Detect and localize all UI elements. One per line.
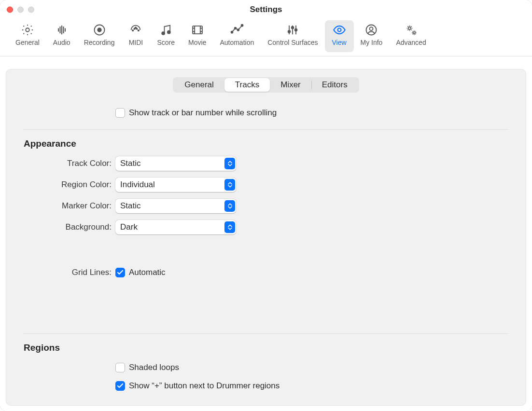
- gear-icon: [20, 22, 35, 38]
- svg-point-15: [288, 30, 291, 33]
- record-icon: [92, 22, 107, 38]
- svg-point-2: [98, 28, 101, 31]
- show-track-number-checkbox[interactable]: [115, 108, 125, 118]
- music-note-icon: [158, 22, 174, 38]
- show-plus-drummer-row: Show “+” button next to Drummer regions: [24, 378, 508, 394]
- grid-lines-label: Grid Lines:: [24, 268, 115, 277]
- subtab-mixer[interactable]: Mixer: [270, 78, 311, 92]
- track-color-label: Track Color:: [24, 159, 115, 168]
- tab-movie[interactable]: Movie: [182, 20, 213, 52]
- grid-lines-row: Grid Lines: Automatic: [24, 265, 508, 280]
- tab-general[interactable]: General: [9, 20, 46, 52]
- spacer: [24, 286, 508, 325]
- show-plus-drummer-label: Show “+” button next to Drummer regions: [129, 381, 280, 391]
- scrolling-row: Show track or bar number while scrolling: [24, 105, 508, 121]
- regions-title: Regions: [24, 342, 508, 353]
- show-track-number-label: Show track or bar number while scrolling: [129, 108, 277, 118]
- sliders-icon: [285, 22, 300, 38]
- subtab-editors[interactable]: Editors: [311, 78, 358, 92]
- shaded-loops-row: Shaded loops: [24, 360, 508, 375]
- tab-label: My Info: [361, 39, 383, 46]
- titlebar: Settings: [0, 0, 532, 19]
- background-row: Background: Dark: [24, 219, 508, 235]
- svg-point-3: [132, 30, 133, 31]
- grid-lines-checkbox[interactable]: [115, 268, 125, 277]
- shaded-loops-label: Shaded loops: [129, 363, 179, 372]
- subtab-general[interactable]: General: [174, 78, 224, 92]
- svg-rect-10: [193, 26, 202, 34]
- region-color-value: Individual: [120, 180, 155, 190]
- preferences-toolbar: General Audio Recording MIDI Score: [0, 19, 532, 56]
- subtab-tracks[interactable]: Tracks: [224, 78, 270, 92]
- tab-label: General: [15, 39, 40, 46]
- separator: [24, 333, 508, 334]
- tab-audio[interactable]: Audio: [46, 20, 77, 52]
- svg-point-16: [292, 27, 294, 29]
- person-icon: [364, 22, 379, 38]
- tab-label: MIDI: [129, 39, 143, 46]
- tab-advanced[interactable]: Advanced: [389, 20, 433, 52]
- tab-recording[interactable]: Recording: [77, 20, 122, 52]
- track-color-row: Track Color: Static: [24, 156, 508, 171]
- midi-icon: [128, 22, 143, 38]
- updown-icon: [224, 200, 235, 212]
- tab-label: Advanced: [396, 39, 426, 46]
- marker-color-row: Marker Color: Static: [24, 198, 508, 214]
- svg-point-9: [168, 31, 170, 34]
- marker-color-label: Marker Color:: [24, 201, 115, 211]
- region-color-row: Region Color: Individual: [24, 177, 508, 192]
- tab-automation[interactable]: Automation: [213, 20, 261, 52]
- tab-label: Automation: [220, 39, 254, 46]
- updown-icon: [224, 158, 235, 169]
- separator: [24, 129, 508, 130]
- marker-color-value: Static: [120, 201, 141, 211]
- svg-point-20: [370, 27, 373, 30]
- region-color-label: Region Color:: [24, 180, 115, 190]
- updown-icon: [224, 221, 235, 233]
- svg-point-14: [241, 25, 243, 27]
- tab-my-info[interactable]: My Info: [354, 20, 390, 52]
- tab-label: Audio: [53, 39, 70, 46]
- tab-label: Recording: [84, 39, 115, 46]
- track-color-value: Static: [120, 159, 141, 168]
- svg-point-11: [231, 31, 233, 33]
- shaded-loops-checkbox[interactable]: [115, 363, 125, 372]
- svg-point-7: [135, 27, 136, 28]
- content-area: General Tracks Mixer Editors Show track …: [0, 56, 532, 411]
- tab-control-surfaces[interactable]: Control Surfaces: [261, 20, 324, 52]
- svg-point-17: [295, 29, 297, 31]
- svg-point-22: [413, 32, 415, 34]
- svg-point-6: [138, 30, 139, 31]
- background-select[interactable]: Dark: [115, 220, 236, 234]
- gears-icon: [404, 22, 419, 38]
- automation-icon: [229, 22, 245, 38]
- svg-point-4: [134, 28, 135, 29]
- updown-icon: [224, 179, 235, 191]
- tab-label: View: [332, 39, 346, 46]
- waveform-icon: [54, 22, 70, 38]
- close-icon[interactable]: [7, 7, 13, 13]
- tab-midi[interactable]: MIDI: [121, 20, 150, 52]
- svg-point-8: [162, 32, 165, 35]
- tab-view[interactable]: View: [325, 20, 354, 52]
- sub-tab-bar: General Tracks Mixer Editors: [24, 77, 508, 93]
- svg-point-13: [237, 29, 239, 31]
- segmented-control: General Tracks Mixer Editors: [173, 77, 359, 93]
- track-color-select[interactable]: Static: [115, 156, 236, 171]
- zoom-icon[interactable]: [28, 7, 34, 13]
- background-value: Dark: [120, 222, 138, 232]
- svg-point-12: [234, 27, 236, 29]
- show-plus-drummer-checkbox[interactable]: [115, 381, 125, 391]
- appearance-title: Appearance: [24, 138, 508, 149]
- background-label: Background:: [24, 222, 115, 232]
- tab-label: Score: [157, 39, 175, 46]
- tracks-panel: General Tracks Mixer Editors Show track …: [6, 69, 526, 406]
- minimize-icon[interactable]: [17, 7, 24, 13]
- tab-label: Control Surfaces: [267, 39, 318, 46]
- svg-point-0: [26, 28, 29, 31]
- marker-color-select[interactable]: Static: [115, 199, 236, 213]
- tab-label: Movie: [188, 39, 206, 46]
- tab-score[interactable]: Score: [150, 20, 182, 52]
- region-color-select[interactable]: Individual: [115, 178, 236, 192]
- eye-icon: [332, 22, 347, 38]
